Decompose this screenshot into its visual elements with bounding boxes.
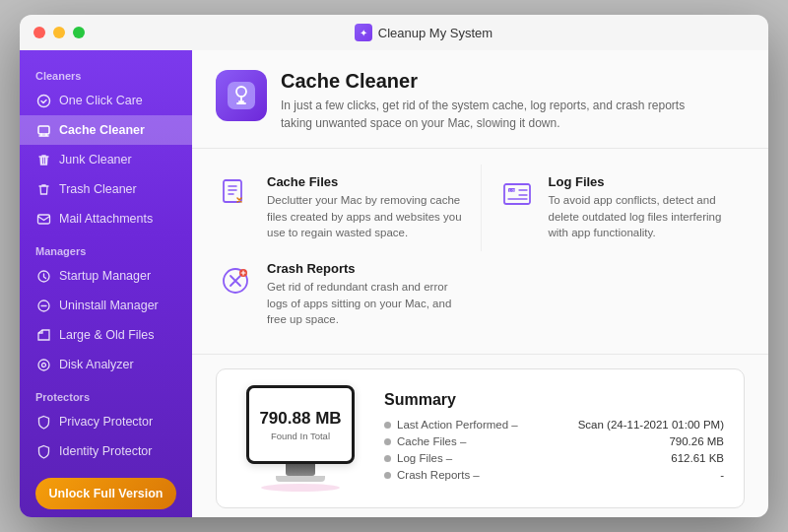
sidebar-item-identity-protector[interactable]: Identity Protector — [20, 436, 192, 466]
summary-label-last-action: Last Action Performed – — [384, 419, 518, 431]
sidebar-label-uninstall-manager: Uninstall Manager — [59, 299, 159, 312]
svg-point-6 — [41, 363, 45, 366]
monitor-graphic: 790.88 MB Found In Total — [236, 385, 364, 492]
unlock-full-version-button[interactable]: Unlock Full Version — [35, 478, 176, 509]
crash-reports-value: - — [720, 469, 724, 481]
junk-cleaner-icon — [35, 152, 51, 167]
window-title: ✦ Cleanup My System — [93, 24, 755, 41]
dot-crash-reports — [384, 472, 391, 479]
sidebar-item-uninstall-manager[interactable]: Uninstall Manager — [20, 291, 192, 320]
uninstall-manager-icon — [35, 298, 51, 313]
main-content: Cache Cleaner In just a few clicks, get … — [192, 50, 768, 517]
cleaners-section-label: Cleaners — [20, 62, 192, 86]
summary-section: 790.88 MB Found In Total Summary Last Ac… — [216, 368, 745, 508]
sidebar-item-startup-manager[interactable]: Startup Manager — [20, 261, 192, 291]
sidebar: Cleaners One Click Care Cache Cleaner Ju… — [20, 50, 192, 517]
sidebar-item-mail-attachments[interactable]: Mail Attachments — [20, 204, 192, 233]
feature-crash-reports: Crash Reports Get rid of redundant crash… — [216, 251, 481, 338]
cache-cleaner-icon — [35, 122, 51, 138]
summary-label-crash-reports: Crash Reports – — [384, 469, 480, 481]
dot-log-files — [384, 455, 391, 462]
cache-files-text: Cache Files Declutter your Mac by removi… — [267, 174, 469, 241]
summary-row-cache-files: Cache Files – 790.26 MB — [384, 435, 724, 447]
large-old-files-icon — [35, 327, 51, 343]
last-action-label-text: Last Action Performed – — [397, 419, 518, 431]
mail-attachments-icon — [35, 211, 51, 227]
page-description: In just a few clicks, get rid of the sys… — [281, 97, 714, 132]
monitor-found-label: Found In Total — [271, 431, 330, 441]
summary-row-log-files: Log Files – 612.61 KB — [384, 452, 724, 464]
app-window: ✦ Cleanup My System Cleaners One Click C… — [20, 15, 768, 517]
crash-reports-title: Crash Reports — [267, 261, 469, 276]
feature-log-files: LOG Log Files To avoid app conflicts, de… — [481, 165, 746, 251]
cache-files-title: Cache Files — [267, 174, 469, 189]
content-area: Cleaners One Click Care Cache Cleaner Ju… — [20, 50, 768, 517]
monitor-size-value: 790.88 MB — [259, 409, 341, 429]
main-header: Cache Cleaner In just a few clicks, get … — [192, 50, 768, 149]
sidebar-footer: Unlock Full Version — [20, 466, 192, 517]
cache-files-description: Declutter your Mac by removing cache fil… — [267, 192, 469, 241]
sidebar-label-identity-protector: Identity Protector — [59, 444, 153, 458]
sidebar-label-one-click-care: One Click Care — [59, 94, 143, 107]
last-action-value: Scan (24-11-2021 01:00 PM) — [578, 419, 724, 431]
main-header-text: Cache Cleaner In just a few clicks, get … — [281, 70, 714, 132]
summary-data: Summary Last Action Performed – Scan (24… — [384, 391, 724, 486]
summary-label-log-files: Log Files – — [384, 452, 452, 464]
crash-reports-text: Crash Reports Get rid of redundant crash… — [267, 261, 469, 328]
privacy-protector-icon — [35, 414, 51, 430]
sidebar-item-trash-cleaner[interactable]: Trash Cleaner — [20, 174, 192, 204]
svg-text:LOG: LOG — [509, 188, 517, 193]
monitor-screen: 790.88 MB Found In Total — [246, 385, 355, 464]
close-button[interactable] — [33, 27, 45, 38]
protectors-section-label: Protectors — [20, 383, 192, 407]
sidebar-item-junk-cleaner[interactable]: Junk Cleaner — [20, 145, 192, 174]
cache-files-icon — [216, 174, 255, 214]
trash-cleaner-icon — [35, 181, 51, 197]
log-files-description: To avoid app conflicts, detect and delet… — [549, 192, 734, 241]
features-grid: Cache Files Declutter your Mac by removi… — [192, 149, 768, 355]
log-files-label-text: Log Files – — [397, 452, 452, 464]
sidebar-item-privacy-protector[interactable]: Privacy Protector — [20, 407, 192, 436]
cache-files-value: 790.26 MB — [669, 435, 724, 447]
sidebar-item-one-click-care[interactable]: One Click Care — [20, 86, 192, 115]
summary-row-last-action: Last Action Performed – Scan (24-11-2021… — [384, 419, 724, 431]
sidebar-label-cache-cleaner: Cache Cleaner — [59, 123, 145, 137]
crash-reports-icon — [216, 261, 255, 300]
crash-reports-description: Get rid of redundant crash and error log… — [267, 279, 469, 328]
dot-cache-files — [384, 438, 391, 445]
sidebar-label-disk-analyzer: Disk Analyzer — [59, 358, 134, 371]
feature-cache-files: Cache Files Declutter your Mac by removi… — [216, 165, 481, 251]
svg-rect-2 — [37, 215, 49, 224]
cache-cleaner-header-icon — [216, 70, 267, 121]
log-files-text: Log Files To avoid app conflicts, detect… — [549, 174, 734, 241]
startup-manager-icon — [35, 268, 51, 284]
identity-protector-icon — [35, 443, 51, 459]
svg-rect-10 — [504, 184, 530, 204]
monitor-stand — [286, 464, 315, 476]
svg-point-0 — [37, 95, 49, 106]
sidebar-label-large-old-files: Large & Old Files — [59, 328, 155, 342]
app-logo-icon: ✦ — [355, 24, 372, 41]
maximize-button[interactable] — [73, 27, 85, 38]
dot-last-action — [384, 422, 391, 429]
page-title: Cache Cleaner — [281, 70, 714, 93]
window-title-text: Cleanup My System — [378, 26, 492, 40]
log-files-icon: LOG — [497, 174, 537, 214]
managers-section-label: Managers — [20, 237, 192, 261]
sidebar-label-junk-cleaner: Junk Cleaner — [59, 153, 132, 166]
sidebar-item-disk-analyzer[interactable]: Disk Analyzer — [20, 350, 192, 379]
cache-files-label-text: Cache Files – — [397, 435, 466, 447]
log-files-value: 612.61 KB — [671, 452, 724, 464]
sidebar-label-startup-manager: Startup Manager — [59, 269, 151, 283]
log-files-title: Log Files — [549, 174, 734, 189]
svg-rect-1 — [38, 126, 49, 134]
sidebar-item-cache-cleaner[interactable]: Cache Cleaner — [20, 115, 192, 145]
sidebar-item-large-old-files[interactable]: Large & Old Files — [20, 320, 192, 350]
sidebar-label-privacy-protector: Privacy Protector — [59, 415, 153, 429]
summary-title: Summary — [384, 391, 724, 409]
svg-point-5 — [38, 360, 49, 370]
minimize-button[interactable] — [53, 27, 65, 38]
summary-row-crash-reports: Crash Reports – - — [384, 469, 724, 481]
one-click-care-icon — [35, 93, 51, 108]
monitor-base — [276, 476, 325, 482]
